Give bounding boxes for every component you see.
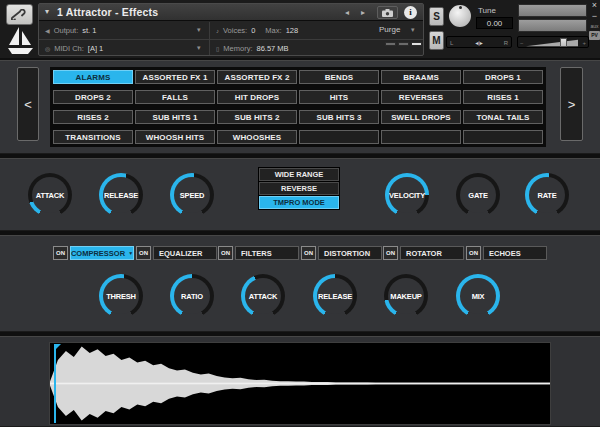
knob-thresh[interactable]: THRESH: [99, 274, 143, 318]
knob-label: THRESH: [99, 274, 143, 318]
tune-knob[interactable]: [447, 3, 473, 29]
header-panel: ▾ 1 Attractor - Effects ◂ ▸ i ◀ Output: …: [38, 3, 424, 56]
max-label: Max:: [265, 26, 281, 35]
waveform-section: [0, 336, 600, 427]
pan-right-label: R: [504, 40, 508, 46]
preset-page-next-button[interactable]: >: [560, 67, 583, 141]
preset-hits[interactable]: HITS: [299, 90, 379, 104]
status-indicator-lit: [411, 42, 422, 46]
minimize-button[interactable]: −: [589, 11, 600, 21]
instrument-title: 1 Attractor - Effects: [57, 6, 158, 18]
mode-tmpro-mode[interactable]: TMPRO MODE: [259, 196, 339, 209]
preset-page-prev-button[interactable]: <: [17, 67, 39, 141]
snapshot-button[interactable]: [377, 6, 398, 19]
prev-instrument-icon[interactable]: ◂: [345, 8, 349, 17]
purge-menu[interactable]: Purge: [379, 25, 400, 34]
level-meter-left: [518, 4, 587, 17]
preset-assorted-fx-1[interactable]: ASSORTED FX 1: [135, 70, 215, 84]
knob-release[interactable]: RELEASE: [313, 274, 357, 318]
instrument-title-bar[interactable]: ▾ 1 Attractor - Effects ◂ ▸: [39, 4, 423, 21]
midi-channel-select[interactable]: ◎ MIDI Ch: [A] 1: [45, 40, 205, 57]
preset-whooshes[interactable]: WHOOSHES: [217, 130, 297, 144]
preset-sub-hits-3[interactable]: SUB HITS 3: [299, 110, 379, 124]
knob-label: GATE: [456, 173, 500, 217]
tune-label: Tune: [478, 6, 496, 15]
preset-reverses[interactable]: REVERSES: [381, 90, 461, 104]
knob-rate[interactable]: RATE: [525, 173, 569, 217]
purge-caret-icon[interactable]: ▾: [411, 26, 415, 34]
preset-empty-slot: [299, 130, 379, 144]
next-instrument-icon[interactable]: ▸: [361, 8, 365, 17]
preset-swell-drops[interactable]: SWELL DROPS: [381, 110, 461, 124]
knob-release[interactable]: RELEASE: [99, 173, 143, 217]
volume-handle[interactable]: [560, 38, 567, 47]
knob-attack[interactable]: ATTACK: [241, 274, 285, 318]
voices-readout: ♪ Voices: 0 Max: 128: [216, 22, 371, 39]
pan-handle-icon[interactable]: ◂|▸: [475, 39, 483, 46]
knob-label: RELEASE: [313, 274, 357, 318]
level-meter-right: [518, 19, 587, 32]
output-select[interactable]: ◀ Output: st. 1: [45, 22, 205, 39]
midi-caret-icon[interactable]: ▾: [197, 44, 201, 52]
info-button[interactable]: i: [404, 6, 417, 19]
knob-makeup[interactable]: MAKEUP: [384, 274, 428, 318]
preset-empty-slot: [463, 130, 543, 144]
preset-tonal-tails[interactable]: TONAL TAILS: [463, 110, 543, 124]
pan-slider[interactable]: L ◂|▸ R: [446, 36, 512, 48]
solo-button[interactable]: S: [429, 7, 444, 26]
volume-max-icon: +: [582, 40, 586, 46]
mute-button[interactable]: M: [429, 31, 444, 50]
preset-alarms[interactable]: ALARMS: [53, 70, 133, 84]
preset-rises-2[interactable]: RISES 2: [53, 110, 133, 124]
knob-label: MIX: [456, 274, 500, 318]
preset-drops-1[interactable]: DROPS 1: [463, 70, 543, 84]
knob-label: SPEED: [170, 173, 214, 217]
memory-label: Memory:: [223, 44, 252, 53]
aux-button[interactable]: aux: [589, 23, 600, 29]
camera-icon: [382, 9, 393, 17]
knob-label: RELEASE: [99, 173, 143, 217]
mode-stack: WIDE RANGEREVERSETMPRO MODE: [258, 167, 340, 210]
instrument-header: ▾ 1 Attractor - Effects ◂ ▸ i ◀ Output: …: [0, 0, 600, 58]
knob-label: RATE: [525, 173, 569, 217]
pv-button[interactable]: PV: [589, 31, 600, 40]
preset-sub-hits-2[interactable]: SUB HITS 2: [217, 110, 297, 124]
output-caret-icon[interactable]: ▾: [197, 26, 201, 34]
preset-sub-hits-1[interactable]: SUB HITS 1: [135, 110, 215, 124]
knob-label: MAKEUP: [384, 274, 428, 318]
preset-whoosh-hits[interactable]: WHOOSH HITS: [135, 130, 215, 144]
midi-label: MIDI Ch:: [54, 44, 84, 53]
knob-label: RATIO: [170, 274, 214, 318]
collapse-caret-icon[interactable]: ▾: [45, 7, 49, 16]
volume-wedge-icon: [526, 39, 578, 47]
fx-knob-row: THRESHRATIOATTACKRELEASEMAKEUPMIX: [0, 236, 600, 331]
mode-reverse[interactable]: REVERSE: [259, 182, 339, 195]
voices-label: Voices:: [223, 26, 247, 35]
preset-falls[interactable]: FALLS: [135, 90, 215, 104]
preset-hit-drops[interactable]: HIT DROPS: [217, 90, 297, 104]
knob-ratio[interactable]: RATIO: [170, 274, 214, 318]
edit-wrench-button[interactable]: [6, 4, 33, 25]
waveform-display[interactable]: [49, 342, 551, 425]
knob-speed[interactable]: SPEED: [170, 173, 214, 217]
preset-grid: ALARMSASSORTED FX 1ASSORTED FX 2BENDSBRA…: [50, 67, 546, 147]
preset-assorted-fx-2[interactable]: ASSORTED FX 2: [217, 70, 297, 84]
volume-slider[interactable]: − +: [517, 36, 589, 48]
preset-transitions[interactable]: TRANSITIONS: [53, 130, 133, 144]
knob-mix[interactable]: MIX: [456, 274, 500, 318]
voices-value: 0: [251, 26, 255, 35]
playhead-marker[interactable]: [54, 344, 56, 423]
preset-bends[interactable]: BENDS: [299, 70, 379, 84]
knob-attack[interactable]: ATTACK: [28, 173, 72, 217]
preset-braams[interactable]: BRAAMS: [381, 70, 461, 84]
preset-rises-1[interactable]: RISES 1: [463, 90, 543, 104]
mode-wide-range[interactable]: WIDE RANGE: [259, 168, 339, 181]
speaker-icon: ◀: [45, 27, 50, 34]
tune-value[interactable]: 0.00: [476, 17, 513, 29]
knob-velocity[interactable]: VELOCITY: [385, 173, 429, 217]
knob-gate[interactable]: GATE: [456, 173, 500, 217]
preset-drops-2[interactable]: DROPS 2: [53, 90, 133, 104]
header-divider: [209, 22, 210, 55]
close-button[interactable]: ×: [589, 0, 600, 10]
effects-section: ONCOMPRESSOR▼ONEQUALIZERONFILTERSONDISTO…: [0, 235, 600, 332]
